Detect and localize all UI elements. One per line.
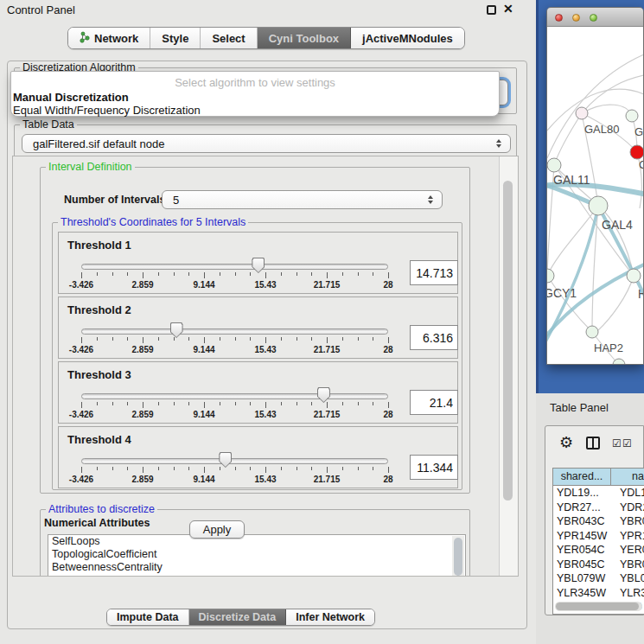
settings-scrollpane: Interval Definition Number of Intervals …: [12, 156, 519, 577]
number-of-intervals-value: 5: [173, 194, 179, 207]
thresholds-group: Threshold's Coordinates for 5 Intervals …: [52, 222, 462, 490]
attributes-scrollbar[interactable]: [452, 536, 464, 577]
slider-track[interactable]: [81, 458, 388, 464]
tab-jactivemnodules[interactable]: jActiveMNodules: [351, 28, 464, 48]
threshold-value-field[interactable]: [410, 455, 458, 480]
combo-arrows-icon[interactable]: [496, 139, 501, 148]
tick-mark: [112, 272, 113, 276]
slider-ticks: -3.4262.8599.14415.4321.71528: [81, 467, 389, 488]
tick-mark: [311, 337, 312, 341]
network-edge: [547, 54, 644, 158]
close-traffic-light-icon[interactable]: [555, 14, 563, 22]
cell-shared-name: YBL079W: [557, 571, 617, 586]
table-hscrollbar[interactable]: [555, 602, 642, 611]
close-icon[interactable]: ✕: [503, 2, 513, 16]
tick-label: -3.426: [69, 410, 93, 419]
network-node-gcy1[interactable]: [547, 269, 554, 283]
threshold-row-1: Threshold 1-3.4262.8599.14415.4321.71528: [58, 232, 458, 294]
column-header-shared-name[interactable]: shared...: [553, 469, 611, 486]
settings-scrollbar[interactable]: [499, 156, 519, 576]
slider-thumb[interactable]: [170, 322, 183, 338]
interval-definition-group: Interval Definition Number of Intervals …: [40, 167, 470, 494]
slider-track[interactable]: [81, 393, 388, 399]
minimize-traffic-light-icon[interactable]: [572, 14, 580, 22]
network-node-h[interactable]: [627, 269, 641, 283]
network-canvas[interactable]: GAL80GAGAL11GAL4GCY1HHAP2C: [547, 27, 644, 365]
tick-mark: [127, 272, 128, 276]
tick-label: 2.859: [131, 475, 153, 484]
table-data-combobox[interactable]: galFiltered.sif default node: [22, 134, 511, 153]
network-node-hap2[interactable]: [586, 326, 598, 338]
tick-label: -3.426: [69, 280, 93, 290]
tick-mark: [250, 467, 251, 470]
tick-mark: [220, 337, 220, 341]
cell-name: YBL0: [620, 571, 644, 586]
table-row[interactable]: YLR345WYLR3: [553, 586, 644, 601]
tick-mark: [265, 337, 266, 343]
network-node-gal4[interactable]: [589, 196, 608, 215]
slider-thumb-face: [220, 453, 231, 467]
slider-thumb-face: [318, 388, 329, 402]
node-attribute-table[interactable]: shared... na YDL19...YDL1YDR27...YDR2YBR…: [552, 468, 644, 615]
cell-shared-name: YLR345W: [557, 586, 617, 601]
tick-label: 9.144: [193, 410, 214, 419]
table-row[interactable]: YPR145WYPR1: [553, 529, 644, 544]
threshold-value-field[interactable]: [410, 390, 458, 415]
table-row[interactable]: YBR043CYBR0: [553, 514, 644, 529]
threshold-value-field[interactable]: [410, 325, 458, 350]
table-row[interactable]: YBR045CYBR0: [553, 558, 644, 572]
table-hscrollbar-thumb[interactable]: [556, 603, 639, 610]
network-view-window[interactable]: GAL80GAGAL11GAL4GCY1HHAP2C: [546, 7, 644, 365]
threshold-value-field[interactable]: [410, 260, 458, 285]
tab-label: jActiveMNodules: [362, 32, 453, 45]
network-node-ga[interactable]: [626, 110, 638, 122]
settings-scrollbar-thumb[interactable]: [503, 181, 513, 501]
algorithm-option-equal-width-frequency-discretization[interactable]: Equal Width/Frequency Discretization: [13, 104, 201, 117]
table-row[interactable]: YDL19...YDL1: [553, 486, 644, 501]
tab-select[interactable]: Select: [201, 28, 257, 48]
tick-mark: [204, 402, 205, 408]
checkbox-icon[interactable]: ☑: [612, 437, 622, 450]
number-of-intervals-spinner[interactable]: 5: [162, 190, 443, 209]
tick-mark: [235, 402, 236, 405]
network-node-gal80[interactable]: [576, 107, 588, 119]
attribute-item-topologicalcoefficient[interactable]: TopologicalCoefficient: [48, 548, 465, 561]
tab-discretize-data[interactable]: Discretize Data: [189, 609, 287, 625]
tick-mark: [143, 467, 143, 473]
slider-track[interactable]: [81, 328, 388, 335]
tab-style[interactable]: Style: [150, 28, 201, 48]
gear-icon[interactable]: ⚙: [559, 434, 573, 451]
tab-label: Discretize Data: [199, 611, 277, 623]
tab-network[interactable]: Network: [68, 28, 150, 48]
tick-mark: [204, 272, 205, 278]
tick-mark: [388, 272, 389, 278]
slider-thumb[interactable]: [252, 258, 265, 273]
column-header-name[interactable]: na: [611, 469, 644, 486]
network-node[interactable]: [630, 145, 644, 159]
zoom-traffic-light-icon[interactable]: [590, 14, 597, 22]
tick-mark: [112, 402, 113, 405]
table-row[interactable]: YBL079WYBL0: [553, 571, 644, 586]
slider-thumb-face: [252, 258, 264, 272]
table-row[interactable]: YDR27...YDR2: [553, 501, 644, 515]
attribute-item-betweennesscentrality[interactable]: BetweennessCentrality: [48, 561, 465, 574]
tick-label: 21.715: [314, 475, 341, 484]
tab-cyni-toolbox[interactable]: Cyni Toolbox: [258, 28, 351, 48]
table-row[interactable]: YER054CYER0: [553, 543, 644, 558]
tick-mark: [97, 272, 98, 276]
attribute-item-selfloops[interactable]: SelfLoops: [48, 535, 465, 548]
network-node-gal11[interactable]: [547, 158, 561, 172]
spinner-arrows-icon[interactable]: [428, 195, 433, 204]
tab-impute-data[interactable]: Impute Data: [107, 609, 189, 625]
apply-button[interactable]: Apply: [189, 520, 245, 539]
slider-track[interactable]: [81, 264, 388, 270]
network-window-titlebar[interactable]: [547, 8, 644, 27]
columns-icon[interactable]: [586, 437, 600, 450]
algorithm-option-manual-discretization[interactable]: Manual Discretization: [13, 91, 129, 104]
tab-infer-network[interactable]: Infer Network: [286, 609, 374, 625]
checkbox-icon[interactable]: ☑: [622, 437, 632, 450]
slider-thumb[interactable]: [317, 387, 330, 403]
float-window-icon[interactable]: [487, 5, 496, 15]
numerical-attributes-list[interactable]: SelfLoopsTopologicalCoefficientBetweenne…: [48, 534, 466, 577]
slider-thumb[interactable]: [219, 452, 232, 468]
